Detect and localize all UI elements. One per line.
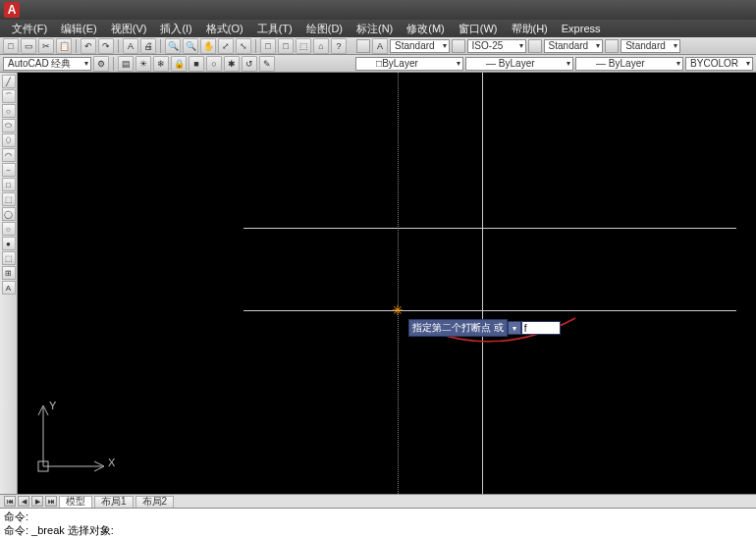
separator [160, 39, 161, 53]
layer-iso-icon[interactable]: ❄ [153, 56, 169, 72]
menu-file[interactable]: 文件(F) [6, 21, 53, 37]
tool-3-icon[interactable]: ⬚ [296, 38, 311, 54]
plotstyle-dropdown[interactable]: BYCOLOR [685, 57, 753, 71]
text-icon[interactable]: A [2, 281, 16, 295]
separator [113, 57, 114, 71]
ml-style-dropdown[interactable]: Standard [621, 39, 680, 53]
layer-lock-icon[interactable]: 🔒 [171, 56, 187, 72]
separator [255, 39, 256, 53]
menu-dim[interactable]: 标注(N) [351, 21, 399, 37]
drawing-line [243, 310, 736, 311]
menu-view[interactable]: 视图(V) [105, 21, 153, 37]
arc-icon[interactable]: ⌒ [2, 89, 16, 103]
ucs-icon: Y X [31, 400, 110, 480]
menu-window[interactable]: 窗口(W) [453, 21, 504, 37]
mlstyle-icon[interactable] [605, 39, 619, 53]
properties-toolbar: AutoCAD 经典 ⚙ ▤ ☀ ❄ 🔒 ■ ○ ✱ ↺ ✎ □ByLayer … [0, 55, 756, 73]
new-icon[interactable]: □ [3, 38, 19, 54]
dim-style-dropdown[interactable]: ISO-25 [467, 39, 526, 53]
pan-icon[interactable]: ✋ [200, 38, 216, 54]
dynamic-input-prompt: 指定第二个打断点 或 ▾ [408, 319, 561, 337]
tab-last-icon[interactable]: ⏭ [45, 496, 57, 507]
dimstyle-icon[interactable] [452, 39, 465, 53]
textstyle-icon[interactable] [356, 39, 370, 53]
text-style-dropdown[interactable]: Standard [390, 39, 450, 53]
cmd-line: 命令: _break 选择对象: [4, 523, 752, 537]
donut-icon[interactable]: ◯ [2, 207, 16, 221]
tab-next-icon[interactable]: ▶ [31, 496, 43, 507]
zoom-out-icon[interactable]: 🔍 [183, 38, 198, 54]
partial-arc-icon[interactable]: ◠ [2, 148, 16, 162]
menu-format[interactable]: 格式(O) [200, 21, 249, 37]
separator [76, 39, 77, 53]
hatch-icon[interactable]: ⬚ [2, 251, 16, 265]
workspace-dropdown[interactable]: AutoCAD 经典 [3, 57, 91, 71]
tab-layout1[interactable]: 布局1 [94, 496, 134, 508]
title-bar: A [0, 0, 756, 20]
menu-modify[interactable]: 修改(M) [401, 21, 451, 37]
layer-prev-icon[interactable]: ↺ [242, 56, 257, 72]
command-window[interactable]: 命令: 命令: _break 选择对象: 指定第二个打断点 或 [第一点(F)]… [0, 508, 756, 538]
center-axis-line [398, 73, 399, 494]
point-icon[interactable]: ● [2, 237, 16, 250]
tab-layout2[interactable]: 布局2 [135, 496, 175, 508]
line-icon[interactable]: ╱ [2, 75, 16, 88]
table-icon[interactable]: ⊞ [2, 266, 16, 280]
open-icon[interactable]: ▭ [21, 38, 36, 54]
tool-2-icon[interactable]: □ [278, 38, 294, 54]
menu-express[interactable]: Express [556, 22, 607, 35]
tablestyle-icon[interactable] [528, 39, 542, 53]
table-style-dropdown[interactable]: Standard [544, 39, 604, 53]
ellipse-arc-icon[interactable]: ⬯ [2, 134, 16, 147]
menu-draw[interactable]: 绘图(D) [300, 21, 349, 37]
tool-1-icon[interactable]: □ [260, 38, 276, 54]
zoom-prev-icon[interactable]: ⤡ [236, 38, 251, 54]
menu-edit[interactable]: 编辑(E) [55, 21, 103, 37]
revcloud-icon[interactable]: ○ [2, 222, 16, 236]
rectangle-icon[interactable]: □ [2, 178, 16, 191]
app-logo: A [4, 2, 20, 18]
standard-toolbar: □ ▭ ✂ 📋 ↶ ↷ A 🖨 🔍 🔍 ✋ ⤢ ⤡ □ □ ⬚ ⌂ ? A St… [0, 37, 756, 55]
linetype-dropdown[interactable]: — ByLayer [465, 57, 573, 71]
ws-settings-icon[interactable]: ⚙ [93, 56, 109, 72]
snap-marker-icon: ✳ [392, 302, 404, 318]
zoom-in-icon[interactable]: 🔍 [165, 38, 181, 54]
tab-prev-icon[interactable]: ◀ [18, 496, 29, 507]
help-icon[interactable]: ? [331, 38, 347, 54]
ellipse-icon[interactable]: ⬭ [2, 119, 16, 133]
main-area: ╱ ⌒ ○ ⬭ ⬯ ◠ ~ □ ⬚ ◯ ○ ● ⬚ ⊞ A ✳ 指定第二个打断点… [0, 73, 756, 494]
layer-icon[interactable]: ▤ [118, 56, 134, 72]
matchprop-icon[interactable]: A [123, 38, 138, 54]
prompt-label: 指定第二个打断点 或 [408, 319, 508, 337]
layer-off-icon[interactable]: ○ [206, 56, 222, 72]
paste-icon[interactable]: 📋 [56, 38, 72, 54]
lineweight-dropdown[interactable]: — ByLayer [575, 57, 683, 71]
textstyle-a-icon[interactable]: A [372, 38, 388, 54]
layer-match-icon[interactable]: ✎ [259, 56, 275, 72]
spline-icon[interactable]: ~ [2, 163, 16, 177]
menu-help[interactable]: 帮助(H) [506, 21, 554, 37]
circle-icon[interactable]: ○ [2, 104, 16, 118]
prompt-input[interactable] [521, 321, 561, 335]
tab-first-icon[interactable]: ⏮ [4, 496, 16, 507]
layer-freeze-icon[interactable]: ✱ [224, 56, 240, 72]
menu-insert[interactable]: 插入(I) [154, 21, 197, 37]
menu-tools[interactable]: 工具(T) [251, 21, 298, 37]
layout-tabs: ⏮ ◀ ▶ ⏭ 模型 布局1 布局2 [0, 494, 756, 508]
drawing-line [243, 228, 736, 229]
drawing-canvas[interactable]: ✳ 指定第二个打断点 或 ▾ Y X [18, 73, 756, 494]
prompt-options-icon[interactable]: ▾ [508, 321, 521, 335]
color-dropdown[interactable]: □ByLayer [355, 57, 463, 71]
polygon-icon[interactable]: ⬚ [2, 192, 16, 206]
print-icon[interactable]: 🖨 [140, 38, 156, 54]
menu-bar: 文件(F) 编辑(E) 视图(V) 插入(I) 格式(O) 工具(T) 绘图(D… [0, 20, 756, 37]
tab-model[interactable]: 模型 [59, 496, 92, 508]
zoom-window-icon[interactable]: ⤢ [218, 38, 234, 54]
tool-4-icon[interactable]: ⌂ [313, 38, 329, 54]
layer-color-icon[interactable]: ■ [189, 56, 204, 72]
cmd-line: 命令: [4, 510, 752, 523]
redo-icon[interactable]: ↷ [98, 38, 114, 54]
cut-icon[interactable]: ✂ [38, 38, 54, 54]
layer-state-icon[interactable]: ☀ [135, 56, 151, 72]
undo-icon[interactable]: ↶ [81, 38, 96, 54]
